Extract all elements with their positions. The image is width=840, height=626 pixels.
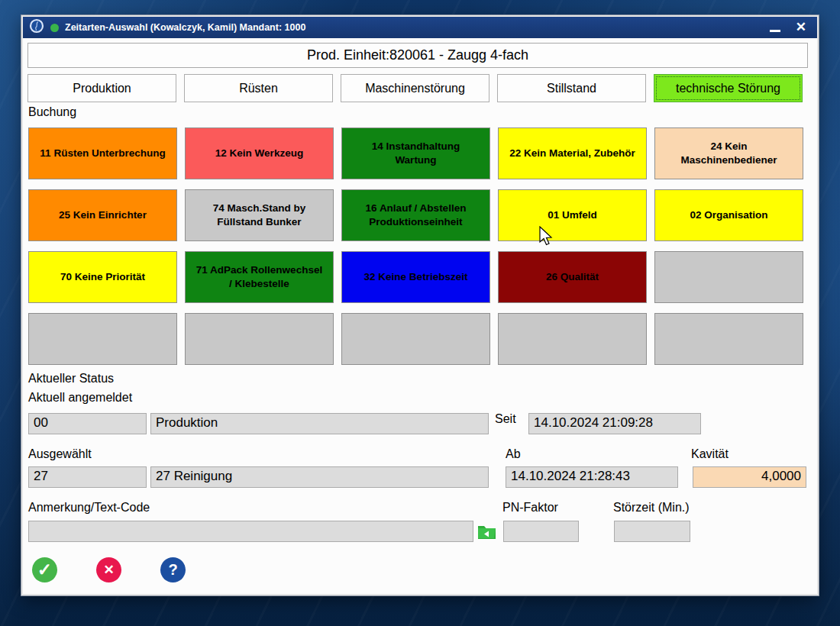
buchung-button[interactable]: 11 Rüsten Unterbrechung xyxy=(28,127,177,179)
window-content: Prod. Einheit:820061 - Zaugg 4-fach Prod… xyxy=(23,38,817,594)
buchung-button[interactable]: 24 Kein Maschinenbediener xyxy=(654,127,803,179)
app-icon xyxy=(29,18,44,37)
seit-field[interactable]: 14.10.2024 21:09:28 xyxy=(528,413,701,434)
buchung-button-empty[interactable] xyxy=(498,313,647,365)
kavitaet-label: Kavität xyxy=(691,447,729,461)
buchung-button[interactable]: 71 AdPack Rollenwechsel / Klebestelle xyxy=(185,251,334,303)
prod-einheit-title: Prod. Einheit:820061 - Zaugg 4-fach xyxy=(307,47,528,63)
pn-faktor-label: PN-Faktor xyxy=(502,501,558,515)
ab-label: Ab xyxy=(506,447,521,461)
stoerzeit-label: Störzeit (Min.) xyxy=(613,501,690,515)
confirm-button[interactable]: ✓ xyxy=(32,557,57,582)
anmerkung-label: Anmerkung/Text-Code xyxy=(28,501,150,515)
desktop-wallpaper: Zeitarten-Auswahl (Kowalczyk, Kamil) Man… xyxy=(0,0,840,626)
online-status-dot xyxy=(50,24,59,32)
aktueller-status-label: Aktueller Status xyxy=(28,372,114,386)
buchung-button-empty[interactable] xyxy=(28,313,177,365)
cancel-button[interactable]: ✕ xyxy=(96,557,121,582)
seit-label: Seit xyxy=(495,412,516,426)
ausgewaehlt-label: Ausgewählt xyxy=(28,447,92,461)
aktuell-angemeldet-label: Aktuell angemeldet xyxy=(28,391,132,405)
tab-maschinenstoerung[interactable]: Maschinenstörung xyxy=(341,74,489,102)
close-icon[interactable]: ✕ xyxy=(796,22,806,33)
buchung-button[interactable]: 14 Instandhaltung Wartung xyxy=(341,127,490,179)
angemeldet-name-field[interactable]: Produktion xyxy=(150,413,489,434)
window-title: Zeitarten-Auswahl (Kowalczyk, Kamil) Man… xyxy=(65,22,764,33)
ausgewaehlt-code-field[interactable]: 27 xyxy=(28,466,147,488)
help-button[interactable]: ? xyxy=(160,557,186,582)
tab-technische-stoerung[interactable]: technische Störung xyxy=(654,74,803,102)
buchung-button[interactable]: 01 Umfeld xyxy=(498,189,647,241)
pn-faktor-field[interactable] xyxy=(503,521,579,542)
ab-field[interactable]: 14.10.2024 21:28:43 xyxy=(506,466,678,488)
open-folder-icon[interactable] xyxy=(477,521,497,541)
buchung-button-empty[interactable] xyxy=(654,313,803,365)
buchung-button-empty[interactable] xyxy=(341,313,490,365)
buchung-button[interactable]: 02 Organisation xyxy=(654,189,803,241)
buchung-button[interactable]: 70 Keine Priorität xyxy=(28,251,177,303)
buchung-button-empty[interactable] xyxy=(185,313,334,365)
kavitaet-field[interactable]: 4,0000 xyxy=(693,466,806,488)
minimize-icon[interactable] xyxy=(770,22,780,33)
anmerkung-input[interactable] xyxy=(28,521,473,542)
buchung-button-empty[interactable] xyxy=(654,251,803,303)
app-window: Zeitarten-Auswahl (Kowalczyk, Kamil) Man… xyxy=(21,15,819,595)
titlebar[interactable]: Zeitarten-Auswahl (Kowalczyk, Kamil) Man… xyxy=(23,17,817,38)
buchung-button[interactable]: 26 Qualität xyxy=(498,251,647,303)
tab-produktion[interactable]: Produktion xyxy=(27,74,176,102)
buchung-button[interactable]: 25 Kein Einrichter xyxy=(28,189,177,241)
mouse-cursor xyxy=(539,226,554,250)
buchung-section-label: Buchung xyxy=(28,105,76,119)
buchung-button[interactable]: 12 Kein Werkzeug xyxy=(185,127,334,179)
buchung-button[interactable]: 16 Anlauf / Abstellen Produktionseinheit xyxy=(341,189,490,241)
tab-ruesten[interactable]: Rüsten xyxy=(184,74,333,102)
buchung-button[interactable]: 22 Kein Material, Zubehör xyxy=(498,127,647,179)
angemeldet-code-field[interactable]: 00 xyxy=(28,413,147,434)
tab-stillstand[interactable]: Stillstand xyxy=(497,74,646,102)
buchung-button[interactable]: 32 Keine Betriebszeit xyxy=(341,251,490,303)
stoerzeit-field[interactable] xyxy=(614,521,690,542)
ausgewaehlt-name-field[interactable]: 27 Reinigung xyxy=(150,466,489,488)
buchung-button[interactable]: 74 Masch.Stand by Füllstand Bunker xyxy=(185,189,334,241)
prod-einheit-header: Prod. Einheit:820061 - Zaugg 4-fach xyxy=(27,43,808,68)
